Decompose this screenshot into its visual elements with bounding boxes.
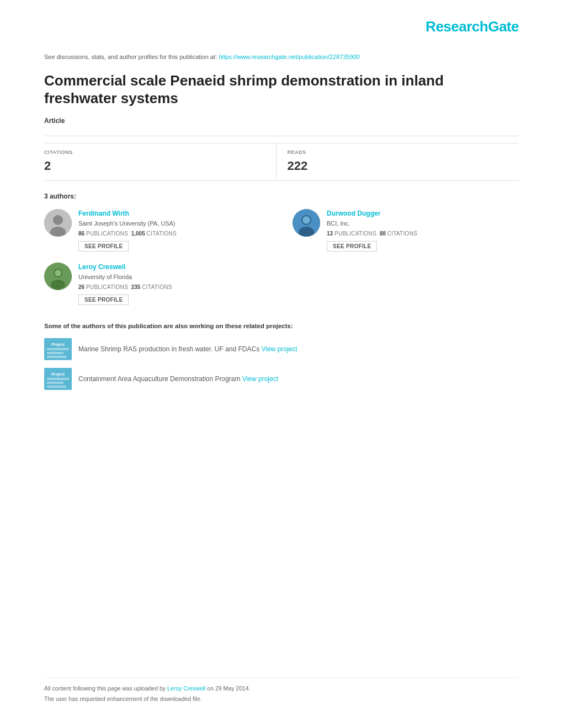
author-card-2: Leroy Creswell University of Florida 26 … — [44, 263, 270, 305]
footer-note: The user has requested enhancement of th… — [44, 695, 519, 703]
publication-url[interactable]: https://www.researchgate.net/publication… — [219, 53, 360, 60]
author-info-1: Durwood Dugger BCI, Inc. 13 PUBLICATIONS… — [327, 209, 519, 251]
see-profile-btn-1[interactable]: SEE PROFILE — [327, 241, 377, 251]
reads-value: 222 — [288, 158, 519, 175]
author-info-0: Ferdinand Wirth Saint Joseph's Universit… — [78, 209, 270, 251]
cit-label-2: CITATIONS — [142, 284, 172, 290]
svg-rect-19 — [47, 382, 63, 384]
citations-value: 2 — [44, 158, 276, 175]
author-name-1[interactable]: Durwood Dugger — [327, 209, 519, 218]
author-publications-1: 13 — [327, 231, 333, 237]
authors-heading: 3 authors: — [44, 192, 519, 201]
stats-row: CITATIONS 2 READS 222 — [44, 143, 519, 181]
see-profile-btn-0[interactable]: SEE PROFILE — [78, 241, 129, 251]
avatar-1 — [293, 209, 320, 237]
project-item-0: Project Marine Shrimp RAS production in … — [44, 338, 519, 360]
svg-point-6 — [302, 216, 310, 224]
author-publications-0: 86 — [78, 231, 84, 237]
author-affiliation-1: BCI, Inc. — [327, 220, 519, 228]
author-stats-2: 26 PUBLICATIONS 235 CITATIONS — [78, 283, 270, 291]
pub-label-0: PUBLICATIONS — [86, 231, 128, 237]
author-publications-2: 26 — [78, 284, 84, 290]
avatar-2 — [44, 263, 72, 290]
reads-label: READS — [288, 149, 519, 156]
project-description-1: Containment Area Aquaculture Demonstrati… — [78, 375, 242, 383]
project-link-0[interactable]: View project — [261, 345, 297, 353]
pub-label-1: PUBLICATIONS — [334, 231, 376, 237]
project-link-1[interactable]: View project — [242, 375, 278, 383]
author-card-0: Ferdinand Wirth Saint Joseph's Universit… — [44, 209, 270, 251]
page-container: ResearchGate See discussions, stats, and… — [0, 0, 563, 728]
author-citations-1: 88 — [380, 231, 386, 237]
project-description-0: Marine Shrimp RAS production in fresh wa… — [78, 345, 261, 353]
author-citations-2: 235 — [131, 284, 141, 290]
svg-point-10 — [55, 270, 61, 276]
author-stats-0: 86 PUBLICATIONS 1,005 CITATIONS — [78, 230, 270, 238]
article-type: Article — [44, 116, 519, 126]
author-stats-1: 13 PUBLICATIONS 88 CITATIONS — [327, 230, 519, 238]
project-icon-0: Project — [44, 338, 72, 360]
project-text-1: Containment Area Aquaculture Demonstrati… — [78, 374, 278, 384]
footer-upload-date: on 29 May 2014. — [205, 685, 250, 692]
authors-grid: Ferdinand Wirth Saint Joseph's Universit… — [44, 209, 519, 305]
svg-point-9 — [51, 280, 65, 290]
author-citations-0: 1,005 — [131, 231, 145, 237]
author-info-2: Leroy Creswell University of Florida 26 … — [78, 263, 270, 305]
author-name-0[interactable]: Ferdinand Wirth — [78, 209, 270, 218]
cit-label-1: CITATIONS — [387, 231, 418, 237]
author-card-1: Durwood Dugger BCI, Inc. 13 PUBLICATIONS… — [293, 209, 519, 251]
svg-point-1 — [53, 215, 63, 225]
article-title: Commercial scale Penaeid shrimp demonstr… — [44, 72, 519, 108]
header-logo-area: ResearchGate — [44, 17, 519, 36]
svg-text:Project: Project — [51, 372, 65, 377]
citations-block: CITATIONS 2 — [44, 143, 276, 181]
divider-1 — [44, 136, 519, 136]
related-projects-heading: Some of the authors of this publication … — [44, 322, 519, 330]
author-affiliation-0: Saint Joseph's University (PA, USA) — [78, 220, 270, 228]
svg-text:Project: Project — [51, 342, 65, 347]
reads-block: READS 222 — [276, 143, 519, 181]
avatar-photo-1 — [293, 209, 320, 237]
cit-label-0: CITATIONS — [147, 231, 177, 237]
svg-rect-20 — [47, 386, 66, 388]
see-profile-btn-2[interactable]: SEE PROFILE — [78, 295, 129, 305]
project-item-1: Project Containment Area Aquaculture Dem… — [44, 368, 519, 390]
author-affiliation-2: University of Florida — [78, 273, 270, 281]
footer-uploader-link[interactable]: Leroy Creswell — [167, 685, 205, 692]
avatar-photo-2 — [44, 263, 72, 290]
svg-rect-18 — [47, 378, 69, 380]
svg-rect-13 — [47, 348, 69, 350]
author-name-2[interactable]: Leroy Creswell — [78, 263, 270, 272]
svg-rect-15 — [47, 356, 66, 358]
avatar-placeholder-0 — [44, 209, 72, 237]
top-notice: See discussions, stats, and author profi… — [44, 53, 519, 61]
svg-rect-14 — [47, 352, 63, 354]
researchgate-logo: ResearchGate — [426, 18, 519, 35]
project-text-0: Marine Shrimp RAS production in fresh wa… — [78, 345, 298, 354]
footer: All content following this page was uplo… — [44, 677, 519, 706]
notice-text: See discussions, stats, and author profi… — [44, 53, 217, 60]
pub-label-2: PUBLICATIONS — [86, 284, 128, 290]
citations-label: CITATIONS — [44, 149, 276, 156]
project-icon-1: Project — [44, 368, 72, 390]
footer-upload-prefix: All content following this page was uplo… — [44, 685, 167, 692]
avatar-0 — [44, 209, 72, 237]
footer-upload-text: All content following this page was uplo… — [44, 684, 519, 693]
